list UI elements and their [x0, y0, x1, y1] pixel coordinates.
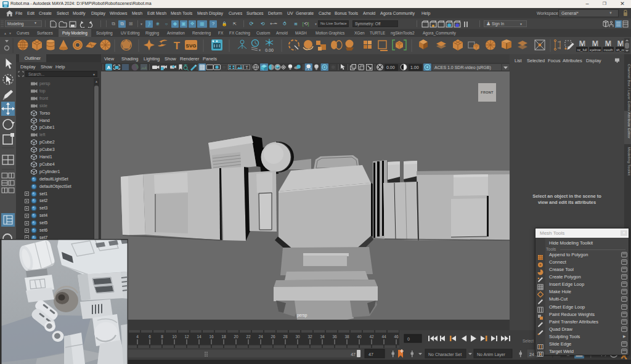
svg-text:24: 24	[258, 334, 263, 339]
svg-text:47: 47	[368, 352, 373, 357]
svg-text:26: 26	[271, 334, 275, 339]
svg-text:SVG: SVG	[186, 43, 197, 49]
svg-text:mouth: mouth	[604, 48, 613, 52]
svg-text:ACES 1.0 SDR-video (sRGB): ACES 1.0 SDR-video (sRGB)	[434, 65, 491, 70]
svg-text:6: 6	[149, 334, 151, 339]
svg-text:32: 32	[307, 334, 312, 339]
svg-text:44: 44	[381, 334, 386, 339]
svg-text:T: T	[174, 40, 181, 52]
svg-text:T: T	[245, 65, 248, 70]
svg-text:14: 14	[197, 334, 202, 339]
svg-text:18: 18	[221, 334, 226, 339]
svg-text:12: 12	[184, 334, 189, 339]
svg-text:38: 38	[344, 334, 349, 339]
svg-text:16: 16	[209, 334, 214, 339]
svg-text:persp: persp	[297, 313, 307, 318]
svg-text:Select: Select	[523, 339, 534, 343]
svg-text:34: 34	[320, 334, 325, 339]
svg-text:M: M	[579, 39, 586, 48]
svg-text:M: M	[605, 39, 612, 48]
svg-text:No Anim Layer: No Anim Layer	[477, 352, 506, 357]
svg-text:sh_co: sh_co	[616, 48, 625, 52]
svg-text:0.00: 0.00	[386, 65, 395, 70]
svg-text:x: x	[259, 48, 261, 52]
svg-text:M: M	[592, 39, 599, 48]
svg-text:10: 10	[172, 334, 177, 339]
svg-text:eyebrow: eyebrow	[590, 48, 601, 52]
svg-text:4: 4	[136, 334, 139, 339]
svg-text:nc_full: nc_full	[577, 48, 587, 52]
svg-text:30: 30	[295, 334, 300, 339]
svg-text:8: 8	[161, 334, 163, 339]
svg-text:22: 22	[246, 334, 251, 339]
svg-text:FRONT: FRONT	[481, 91, 494, 94]
svg-text:28: 28	[283, 334, 288, 339]
svg-text:A: A	[107, 65, 111, 70]
svg-text:0.00: 0.00	[265, 48, 274, 52]
svg-text:No Character Set: No Character Set	[428, 352, 462, 357]
svg-text:M: M	[617, 39, 624, 48]
svg-text:42: 42	[369, 334, 374, 339]
svg-text:0: 0	[407, 337, 410, 341]
svg-text:36: 36	[332, 334, 337, 339]
svg-text:20: 20	[234, 334, 238, 339]
svg-text:46: 46	[394, 334, 399, 339]
svg-text:1.00: 1.00	[410, 65, 419, 70]
svg-text:47: 47	[351, 352, 356, 357]
svg-text:40: 40	[357, 334, 362, 339]
